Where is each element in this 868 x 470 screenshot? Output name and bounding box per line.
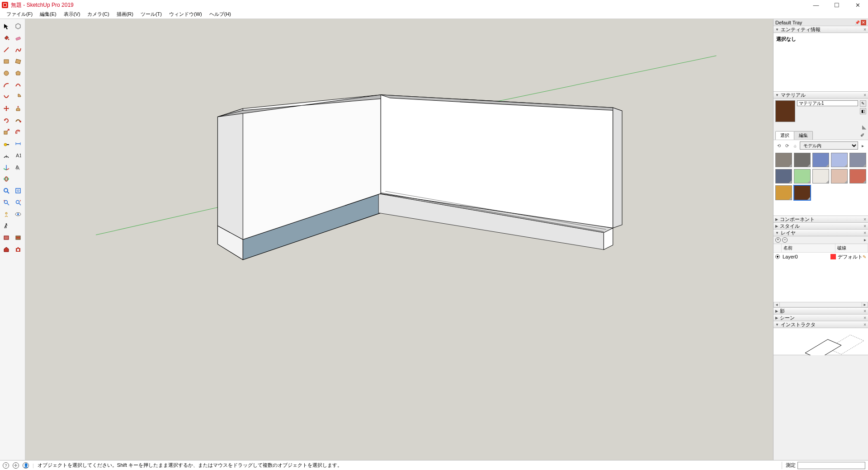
panel-close-button[interactable]: ×	[863, 224, 866, 229]
panel-header-shadows[interactable]: ▶ 影 ×	[774, 308, 868, 315]
panel-close-button[interactable]: ×	[863, 315, 866, 320]
panel-header-components[interactable]: ▶ コンポーネント ×	[774, 216, 868, 223]
dash-color-swatch[interactable]	[830, 254, 836, 259]
position-camera-tool[interactable]	[1, 209, 12, 220]
layers-menu-button[interactable]: ▸	[864, 237, 866, 242]
next-view-tool[interactable]	[13, 197, 24, 208]
zoom-tool[interactable]	[1, 185, 12, 196]
close-button[interactable]: ✕	[847, 0, 868, 10]
panel-close-button[interactable]: ×	[863, 230, 866, 235]
3d-warehouse-tool[interactable]	[1, 244, 12, 255]
make-component-tool[interactable]	[13, 21, 24, 32]
edit-icon[interactable]: ✎	[863, 254, 866, 259]
rectangle-tool[interactable]	[1, 56, 12, 67]
line-tool[interactable]	[1, 44, 12, 55]
column-dashes[interactable]: 破線	[835, 244, 868, 252]
layer-row[interactable]: Layer0 デフォルト ✎	[774, 253, 868, 261]
panel-close-button[interactable]: ×	[863, 217, 866, 222]
panel-close-button[interactable]: ×	[863, 322, 866, 327]
scale-tool[interactable]	[1, 127, 12, 137]
section-plane-tool[interactable]	[1, 232, 12, 243]
text-tool[interactable]: A1	[13, 150, 24, 161]
menu-item[interactable]: 編集(E)	[36, 10, 60, 19]
paint-bucket-tool[interactable]	[1, 33, 12, 43]
menu-item[interactable]: 描画(R)	[113, 10, 137, 19]
section-display-tool[interactable]	[13, 232, 24, 243]
panel-header-materials[interactable]: ▼ マテリアル ×	[774, 92, 868, 99]
protractor-tool[interactable]	[1, 150, 12, 161]
eraser-tool[interactable]	[13, 33, 24, 43]
default-material-button[interactable]: ◧	[860, 108, 866, 114]
orbit-tool[interactable]	[1, 174, 12, 184]
material-swatch[interactable]	[831, 153, 848, 167]
viewport[interactable]	[25, 19, 773, 460]
follow-me-tool[interactable]	[13, 115, 24, 126]
material-collection-select[interactable]: モデル内	[800, 141, 858, 150]
add-layer-button[interactable]: +	[775, 237, 781, 243]
previous-view-tool[interactable]	[1, 197, 12, 208]
panel-header-instructor[interactable]: ▼ インストラクタ ×	[774, 321, 868, 328]
panel-header-entity-info[interactable]: ▼ エンティティ情報 ×	[774, 26, 868, 33]
look-around-tool[interactable]	[13, 209, 24, 220]
panel-close-button[interactable]: ×	[863, 93, 866, 98]
menu-item[interactable]: 表示(V)	[60, 10, 84, 19]
pin-icon[interactable]: 📌	[855, 20, 860, 25]
select-tool[interactable]	[1, 21, 12, 32]
zoom-extents-tool[interactable]	[13, 185, 24, 196]
offset-tool[interactable]	[13, 127, 24, 137]
panel-header-layers[interactable]: ▼ レイヤ ×	[774, 230, 868, 236]
3d-text-tool[interactable]: AA	[13, 162, 24, 173]
material-swatch[interactable]	[812, 169, 829, 183]
panel-header-styles[interactable]: ▶ スタイル ×	[774, 223, 868, 230]
material-swatch[interactable]	[831, 169, 848, 183]
eyedropper-icon[interactable]: ✐	[860, 132, 864, 138]
rotated-rectangle-tool[interactable]	[13, 56, 24, 67]
panel-header-scenes[interactable]: ▶ シーン ×	[774, 315, 868, 321]
walk-tool[interactable]	[1, 221, 12, 231]
material-swatch[interactable]	[849, 169, 866, 183]
create-material-button[interactable]: ✎	[860, 100, 866, 107]
pan-tool[interactable]	[13, 174, 24, 184]
tray-title-bar[interactable]: Default Tray 📌 ✕	[774, 19, 868, 26]
menu-item[interactable]: ヘルプ(H)	[206, 10, 235, 19]
menu-item[interactable]: ウィンドウ(W)	[165, 10, 206, 19]
material-swatch[interactable]	[775, 169, 792, 183]
three-point-arc-tool[interactable]	[1, 91, 12, 102]
two-point-arc-tool[interactable]	[13, 80, 24, 90]
move-tool[interactable]	[1, 103, 12, 114]
nav-forward-button[interactable]: ⟳	[783, 142, 791, 149]
user-icon[interactable]: 👤	[23, 462, 29, 469]
minimize-button[interactable]: —	[806, 0, 826, 10]
visibility-icon[interactable]	[775, 254, 780, 259]
material-name-input[interactable]	[797, 100, 858, 106]
dimension-tool[interactable]	[13, 138, 24, 149]
nav-back-button[interactable]: ⟲	[775, 142, 783, 149]
tray-close-button[interactable]: ✕	[861, 20, 866, 25]
material-swatch[interactable]	[775, 185, 792, 200]
material-sample-swatch[interactable]	[775, 100, 795, 122]
menu-item[interactable]: ツール(T)	[137, 10, 165, 19]
tape-measure-tool[interactable]	[1, 138, 12, 149]
material-swatch[interactable]	[775, 153, 792, 167]
menu-item[interactable]: ファイル(F)	[3, 10, 36, 19]
material-swatch[interactable]	[812, 153, 829, 167]
column-name[interactable]: 名前	[782, 244, 835, 252]
material-swatch[interactable]	[794, 169, 811, 183]
home-icon[interactable]: ⌂	[792, 142, 799, 149]
material-swatch[interactable]	[794, 153, 811, 167]
details-menu-button[interactable]: ▸	[859, 142, 866, 149]
panel-close-button[interactable]: ×	[863, 27, 866, 32]
push-pull-tool[interactable]	[13, 103, 24, 114]
axes-tool[interactable]	[1, 162, 12, 173]
layers-scrollbar[interactable]: ◄►	[774, 302, 868, 307]
extension-warehouse-tool[interactable]	[13, 244, 24, 255]
rotate-tool[interactable]	[1, 115, 12, 126]
geo-icon[interactable]: ✛	[13, 462, 19, 469]
pie-tool[interactable]	[13, 91, 24, 102]
materials-tab-edit[interactable]: 編集	[794, 131, 813, 140]
arc-tool[interactable]	[1, 80, 12, 90]
polygon-tool[interactable]	[13, 68, 24, 79]
material-swatch[interactable]	[849, 153, 866, 167]
sample-paint-icon[interactable]: ◣	[862, 124, 866, 130]
freehand-tool[interactable]	[13, 44, 24, 55]
